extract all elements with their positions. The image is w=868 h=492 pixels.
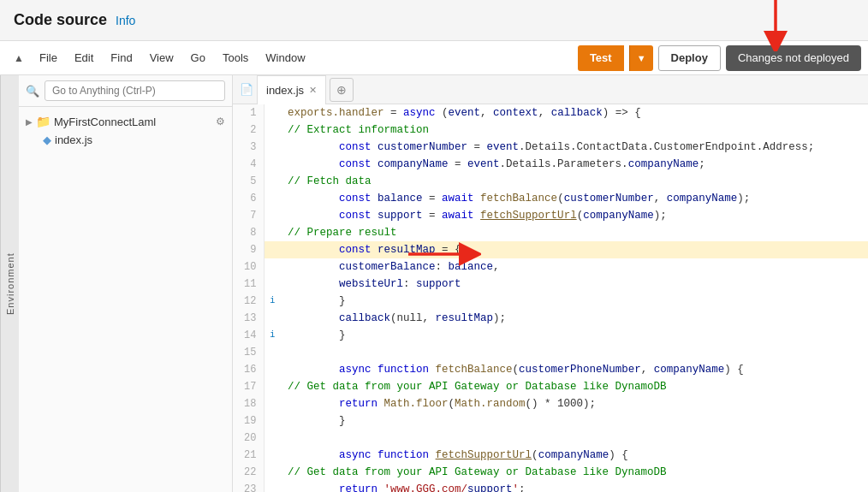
line-number: 17 [233,378,264,395]
line-number: 5 [233,173,264,190]
line-content: websiteUrl: support [281,276,868,293]
line-number: 1 [233,104,264,122]
line-marker [264,104,281,122]
changes-not-deployed-button[interactable]: Changes not deployed [726,45,861,71]
project-folder-item[interactable]: ▶ 📁 MyFirstConnectLaml ⚙ [19,112,232,131]
code-line-6: 6 const balance = await fetchBalance(cus… [233,190,868,207]
code-line-1: 1 exports.handler = async (event, contex… [233,104,868,122]
line-content: const customerNumber = event.Details.Con… [281,139,868,156]
line-content: } [281,327,868,344]
line-content: } [281,412,868,430]
tab-close-icon[interactable]: ✕ [309,85,317,96]
test-dropdown-button[interactable]: ▼ [629,45,653,71]
search-input[interactable] [45,80,225,101]
menu-edit[interactable]: Edit [66,48,102,68]
code-line-15: 15 [233,344,868,361]
file-tree: ▶ 📁 MyFirstConnectLaml ⚙ ◆ index.js [19,107,232,492]
test-button[interactable]: Test [578,45,624,71]
code-line-12: 12 i } [233,293,868,310]
editor-area: 📄 index.js ✕ ⊕ 1 exports.handler = [233,75,868,492]
sidebar: 🔍 ▶ 📁 MyFirstConnectLaml ⚙ ◆ index.js [19,75,233,492]
code-line-16: 16 async function fetchBalance(customerP… [233,361,868,378]
code-line-22: 22 // Get data from your API Gateway or … [233,464,868,481]
code-line-10: 10 customerBalance: balance, [233,258,868,276]
line-content: return 'www.GGG.com/support'; [281,481,868,492]
line-content: // Fetch data [281,173,868,190]
line-content: const support = await fetchSupportUrl(co… [281,207,868,224]
menu-go[interactable]: Go [182,48,214,68]
line-marker [264,430,281,447]
line-number: 3 [233,139,264,156]
code-line-9: 9 const resultMap = { [233,241,868,258]
menu-tools[interactable]: Tools [214,48,257,68]
line-marker [264,173,281,190]
line-marker [264,395,281,412]
code-line-11: 11 websiteUrl: support [233,276,868,293]
line-number: 13 [233,310,264,327]
environment-label: Environment [0,75,19,492]
line-content: } [281,293,868,310]
line-number: 8 [233,224,264,241]
line-content: async function fetchSupportUrl(companyNa… [281,447,868,464]
main-layout: Environment 🔍 ▶ 📁 MyFirstConnectLaml ⚙ ◆… [0,75,868,492]
line-marker [264,207,281,224]
line-number: 2 [233,122,264,139]
code-table: 1 exports.handler = async (event, contex… [233,104,868,492]
menu-file[interactable]: File [31,48,66,68]
line-number: 7 [233,207,264,224]
code-line-8: 8 // Prepare result [233,224,868,241]
deploy-button[interactable]: Deploy [658,45,721,71]
collapse-button[interactable]: ▲ [7,46,31,70]
code-line-17: 17 // Get data from your API Gateway or … [233,378,868,395]
line-marker [264,412,281,430]
line-marker [264,464,281,481]
line-content: // Prepare result [281,224,868,241]
info-link[interactable]: Info [116,14,135,27]
line-content: const resultMap = { [281,241,868,258]
line-number: 20 [233,430,264,447]
menu-find[interactable]: Find [102,48,140,68]
page-title: Code source [14,11,107,29]
file-item-indexjs[interactable]: ◆ index.js [19,131,232,149]
line-number: 21 [233,447,264,464]
line-number: 18 [233,395,264,412]
menu-window[interactable]: Window [257,48,313,68]
code-line-19: 19 } [233,412,868,430]
line-marker [264,190,281,207]
code-line-13: 13 callback(null, resultMap); [233,310,868,327]
line-number: 14 [233,327,264,344]
file-name: index.js [55,133,92,146]
menu-bar-left: ▲ File Edit Find View Go Tools Window [7,46,578,70]
line-marker [264,361,281,378]
folder-icon: 📁 [36,115,51,128]
code-view[interactable]: 1 exports.handler = async (event, contex… [233,104,868,492]
tab-indexjs[interactable]: index.js ✕ [257,75,326,104]
line-content: async function fetchBalance(customerPhon… [281,361,868,378]
tab-add-button[interactable]: ⊕ [330,78,354,102]
line-marker [264,447,281,464]
line-number: 10 [233,258,264,276]
line-number: 16 [233,361,264,378]
menu-view[interactable]: View [141,48,182,68]
line-number: 22 [233,464,264,481]
line-number: 15 [233,344,264,361]
line-marker [264,224,281,241]
tabs-bar: 📄 index.js ✕ ⊕ [233,75,868,104]
line-number: 19 [233,412,264,430]
search-icon: 🔍 [26,85,39,98]
line-number: 9 [233,241,264,258]
line-marker [264,258,281,276]
line-number: 23 [233,481,264,492]
line-marker [264,156,281,173]
line-marker [264,241,281,258]
code-line-4: 4 const companyName = event.Details.Para… [233,156,868,173]
line-content [281,430,868,447]
chevron-icon: ▶ [26,117,33,127]
gear-icon[interactable]: ⚙ [216,116,225,127]
code-line-23: 23 return 'www.GGG.com/support'; [233,481,868,492]
code-line-7: 7 const support = await fetchSupportUrl(… [233,207,868,224]
code-line-14: 14 i } [233,327,868,344]
code-line-20: 20 [233,430,868,447]
line-content: const balance = await fetchBalance(custo… [281,190,868,207]
line-number: 12 [233,293,264,310]
